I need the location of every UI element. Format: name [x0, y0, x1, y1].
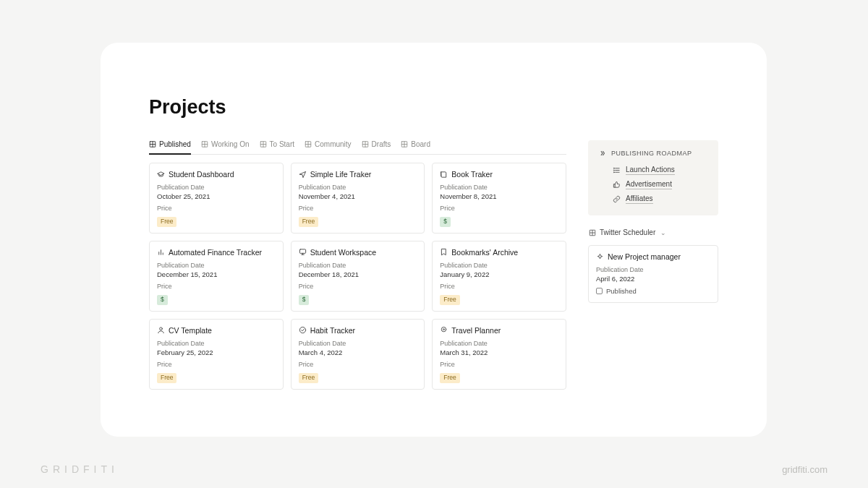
roadmap-item-launch-actions[interactable]: Launch Actions — [613, 166, 708, 175]
price-label: Price — [157, 283, 276, 290]
price-badge: $ — [440, 217, 451, 227]
tab-to-start[interactable]: To Start — [260, 140, 294, 155]
bookmark-icon — [440, 248, 448, 256]
sidecard-status: Published — [596, 287, 710, 295]
pub-date-value: November 4, 2021 — [299, 192, 417, 200]
tab-published[interactable]: Published — [149, 140, 191, 155]
graduation-cap-icon — [157, 171, 165, 179]
svg-point-32 — [613, 168, 614, 168]
svg-point-34 — [613, 172, 614, 173]
tab-label: Published — [159, 140, 191, 148]
page-title: Projects — [149, 96, 718, 119]
tab-community[interactable]: Community — [305, 140, 352, 155]
roadmap-block: PUBLISHING ROADMAP Launch ActionsAdverti… — [588, 140, 718, 215]
tab-board[interactable]: Board — [401, 140, 430, 155]
paper-plane-icon — [299, 171, 307, 179]
sparkle-icon — [596, 253, 604, 261]
monitor-icon — [299, 248, 307, 256]
price-label: Price — [440, 205, 558, 212]
price-badge: Free — [157, 217, 176, 227]
chevron-down-icon: ⌄ — [660, 229, 666, 236]
table-icon — [201, 141, 208, 148]
price-label: Price — [299, 283, 417, 290]
pub-date-label: Publication Date — [299, 262, 417, 269]
pub-date-value: March 31, 2022 — [440, 348, 558, 356]
sidecard-date: April 6, 2022 — [596, 275, 710, 283]
pub-date-label: Publication Date — [299, 340, 417, 347]
book-icon — [440, 171, 448, 179]
card-title: Simple Life Traker — [310, 170, 372, 179]
pub-date-value: October 25, 2021 — [157, 192, 276, 200]
price-badge: $ — [299, 295, 310, 305]
project-card[interactable]: CV TemplatePublication DateFebruary 25, … — [149, 319, 284, 390]
card-title: Habit Tracker — [310, 326, 355, 335]
roadmap-item-advertisement[interactable]: Advertisement — [613, 180, 708, 189]
svg-rect-22 — [299, 249, 305, 254]
pub-date-value: January 9, 2022 — [440, 270, 558, 278]
price-label: Price — [440, 361, 558, 368]
pub-date-label: Publication Date — [157, 262, 276, 269]
project-card[interactable]: Automated Finance TrackerPublication Dat… — [149, 241, 284, 312]
twitter-scheduler-label: Twitter Scheduler — [600, 228, 655, 236]
table-icon — [149, 141, 156, 148]
card-title: Student Workspace — [310, 248, 376, 257]
roadmap-item-label: Launch Actions — [626, 166, 675, 175]
twitter-scheduler-toggle[interactable]: Twitter Scheduler ⌄ — [588, 228, 718, 236]
tab-drafts[interactable]: Drafts — [362, 140, 391, 155]
sidecard-new-project[interactable]: New Project manager Publication Date Apr… — [588, 245, 718, 303]
tab-working-on[interactable]: Working On — [201, 140, 250, 155]
table-icon — [260, 141, 267, 148]
project-card[interactable]: Book TrakerPublication DateNovember 8, 2… — [432, 163, 566, 234]
project-card[interactable]: Simple Life TrakerPublication DateNovemb… — [291, 163, 425, 234]
roadmap-item-label: Advertisement — [626, 180, 672, 189]
thumbs-up-icon — [613, 181, 621, 189]
pub-date-label: Publication Date — [440, 184, 558, 191]
price-badge: Free — [157, 373, 176, 383]
project-card[interactable]: Bookmarks' ArchivePublication DateJanuar… — [432, 241, 566, 312]
checkbox-icon — [596, 288, 603, 294]
pub-date-value: February 25, 2022 — [157, 348, 276, 356]
pub-date-label: Publication Date — [440, 262, 558, 269]
project-card[interactable]: Habit TrackerPublication DateMarch 4, 20… — [291, 319, 425, 390]
pub-date-label: Publication Date — [299, 184, 417, 191]
bar-chart-icon — [157, 248, 165, 256]
price-badge: Free — [440, 373, 459, 383]
svg-point-25 — [160, 328, 163, 330]
app-window: Projects PublishedWorking OnTo StartComm… — [101, 43, 767, 437]
card-title: Automated Finance Tracker — [169, 248, 262, 257]
roadmap-item-affiliates[interactable]: Affiliates — [613, 194, 708, 204]
tab-label: Working On — [211, 140, 250, 148]
price-badge: $ — [157, 295, 168, 305]
brand-watermark: GRIDFITI — [41, 463, 119, 475]
card-title: CV Template — [169, 326, 212, 335]
project-card[interactable]: Student WorkspacePublication DateDecembe… — [291, 241, 425, 312]
tab-label: Community — [315, 140, 352, 148]
svg-point-28 — [443, 329, 445, 330]
tab-label: Board — [411, 140, 430, 148]
price-label: Price — [157, 361, 276, 368]
svg-point-27 — [442, 328, 446, 332]
pub-date-value: December 18, 2021 — [299, 270, 417, 278]
table-icon — [305, 141, 312, 148]
svg-point-33 — [613, 170, 614, 171]
table-icon — [401, 141, 408, 148]
price-label: Price — [440, 283, 558, 290]
pub-date-label: Publication Date — [440, 340, 558, 347]
expand-icon[interactable] — [598, 149, 606, 157]
price-label: Price — [299, 361, 417, 368]
project-card[interactable]: Travel PlannerPublication DateMarch 31, … — [432, 319, 566, 390]
tab-label: Drafts — [372, 140, 391, 148]
card-title: Student Dashboard — [169, 170, 234, 179]
roadmap-item-label: Affiliates — [626, 194, 653, 204]
view-tabs: PublishedWorking OnTo StartCommunityDraf… — [149, 140, 566, 155]
project-card[interactable]: Student DashboardPublication DateOctober… — [149, 163, 284, 234]
brand-url: gridfiti.com — [782, 464, 827, 475]
card-title: Travel Planner — [451, 326, 501, 335]
pub-date-label: Publication Date — [596, 266, 710, 273]
pub-date-label: Publication Date — [157, 340, 276, 347]
card-title: Book Traker — [451, 170, 493, 179]
pub-date-value: December 15, 2021 — [157, 270, 276, 278]
sidecard-title: New Project manager — [608, 252, 681, 261]
table-icon — [588, 228, 596, 236]
price-label: Price — [157, 205, 276, 212]
